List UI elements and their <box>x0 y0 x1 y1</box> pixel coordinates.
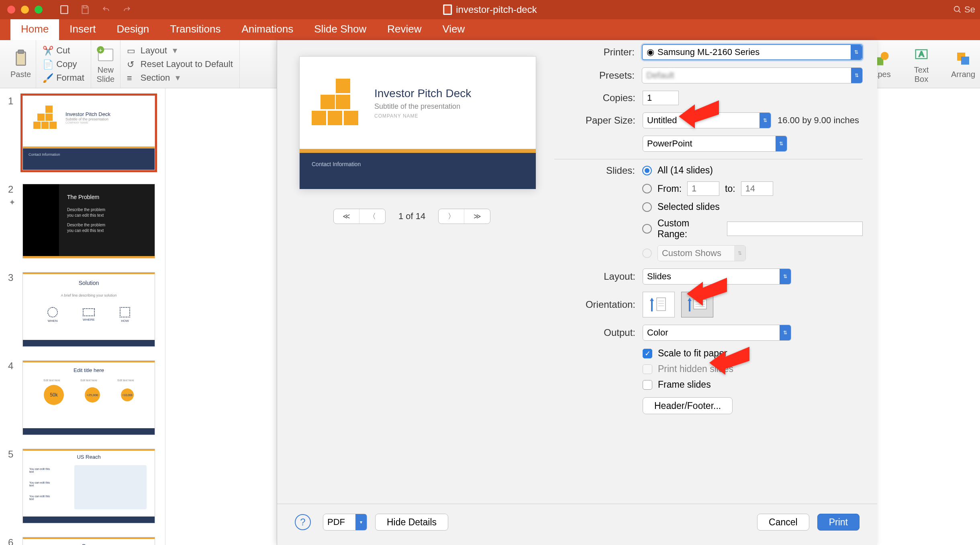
header-footer-button[interactable]: Header/Footer... <box>643 397 733 414</box>
slide-thumbnail-4[interactable]: Edit title here Edit text here Edit text… <box>22 360 155 435</box>
svg-marker-23 <box>679 100 719 128</box>
frame-slides-checkbox[interactable] <box>643 380 652 390</box>
save-icon[interactable] <box>80 4 91 15</box>
layout-button[interactable]: ▭Layout▾ <box>125 45 179 57</box>
slide-thumbnail-6[interactable]: Press <box>22 537 155 545</box>
svg-text:A: A <box>919 50 924 58</box>
next-page-button[interactable]: 〉 <box>439 209 464 224</box>
document-title: investor-pitch-deck <box>443 4 537 15</box>
radio-all-slides[interactable] <box>642 166 652 175</box>
radio-custom-shows <box>642 248 652 258</box>
custom-shows-select: Custom Shows ⇅ <box>657 245 746 261</box>
app-options-select[interactable]: PowerPoint ⇅ <box>643 136 787 152</box>
tab-design[interactable]: Design <box>106 18 159 40</box>
map-icon <box>74 465 147 509</box>
preview-title: Investor Pitch Deck <box>374 87 471 100</box>
tab-review[interactable]: Review <box>377 18 432 40</box>
format-painter-button[interactable]: 🖌️Format <box>41 72 86 84</box>
printer-select[interactable]: ◉ Samsung ML-2160 Series ⇅ <box>642 44 863 60</box>
copies-input[interactable] <box>643 91 679 105</box>
annotation-arrow-icon <box>679 92 723 128</box>
preview-company: COMPANY NAME <box>374 113 471 119</box>
tab-view[interactable]: View <box>432 18 475 40</box>
cancel-button[interactable]: Cancel <box>757 514 809 531</box>
paintbrush-icon: 🖌️ <box>43 73 52 83</box>
zoom-window-icon[interactable] <box>35 6 43 14</box>
reset-layout-button[interactable]: ↺Reset Layout to Default <box>125 58 235 70</box>
tab-transitions[interactable]: Transitions <box>159 18 231 40</box>
section-icon: ≡ <box>127 73 137 83</box>
slide-thumbnail-3[interactable]: Solution A brief line describing your so… <box>22 272 155 347</box>
custom-range-input[interactable] <box>727 222 863 236</box>
hide-details-button[interactable]: Hide Details <box>375 514 448 531</box>
undo-icon[interactable] <box>100 4 112 15</box>
orientation-portrait-button[interactable] <box>643 292 675 317</box>
radio-custom-range[interactable] <box>642 224 652 234</box>
chevron-updown-icon: ⇅ <box>851 45 862 59</box>
layout-label: Layout: <box>554 271 643 282</box>
paper-dimensions: 16.00 by 9.00 inches <box>778 115 859 126</box>
tab-insert[interactable]: Insert <box>59 18 106 40</box>
tab-home[interactable]: Home <box>10 18 59 40</box>
to-input[interactable] <box>741 181 773 196</box>
chevron-updown-icon: ⇅ <box>780 269 791 284</box>
text-box-button[interactable]: A Text Box <box>912 45 931 84</box>
logo-blocks-icon <box>312 79 364 127</box>
scissors-icon: ✂️ <box>43 46 52 55</box>
new-slide-button[interactable]: + New Slide <box>96 45 115 84</box>
preview-subtitle: Subtitle of the presentation <box>374 102 471 111</box>
paper-size-label: Paper Size: <box>554 115 643 126</box>
tab-animations[interactable]: Animations <box>231 18 304 40</box>
first-page-button[interactable]: ≪ <box>334 209 359 224</box>
text-box-icon: A <box>912 45 931 64</box>
document-icon <box>443 4 452 15</box>
chevron-updown-icon: ⇅ <box>734 246 745 261</box>
slide-thumbnail-1[interactable]: Investor Pitch Deck Subtitle of the pres… <box>22 96 155 170</box>
svg-marker-24 <box>687 278 727 306</box>
print-hidden-checkbox <box>643 364 652 374</box>
slide-thumbnail-2[interactable]: The Problem Describe the problem you can… <box>22 184 155 258</box>
orientation-label: Orientation: <box>554 299 643 310</box>
tab-slideshow[interactable]: Slide Show <box>304 18 377 40</box>
svg-rect-1 <box>84 6 87 8</box>
slide-thumbnail-5[interactable]: US Reach You can edit this text You can … <box>22 449 155 523</box>
from-input[interactable] <box>687 181 719 196</box>
radio-from-to[interactable] <box>642 184 652 193</box>
svg-rect-0 <box>61 6 67 14</box>
qat-file-icon[interactable] <box>59 4 70 15</box>
chevron-updown-icon: ⇅ <box>780 325 791 340</box>
output-select[interactable]: Color ⇅ <box>643 325 791 341</box>
presets-select[interactable]: Default ⇅ <box>642 67 863 83</box>
search-box[interactable]: Se <box>953 4 975 15</box>
svg-rect-15 <box>657 298 666 311</box>
chevron-updown-icon: ⇅ <box>776 136 787 151</box>
prev-page-button[interactable]: 〈 <box>359 209 385 224</box>
redo-icon[interactable] <box>121 4 133 15</box>
svg-rect-14 <box>961 57 969 65</box>
pdf-dropdown[interactable]: PDF ▾ <box>323 514 367 531</box>
printer-status-icon: ◉ <box>647 47 654 57</box>
scale-to-fit-checkbox[interactable]: ✓ <box>643 349 652 358</box>
annotation-arrow-icon <box>709 339 753 375</box>
slides-label: Slides: <box>554 165 642 176</box>
last-page-button[interactable]: ≫ <box>464 209 490 224</box>
paste-button[interactable]: Paste <box>10 49 31 79</box>
svg-rect-4 <box>16 52 25 65</box>
layout-icon: ▭ <box>127 46 137 55</box>
svg-text:+: + <box>99 47 102 53</box>
page-counter: 1 of 14 <box>398 211 425 222</box>
help-button[interactable]: ? <box>295 514 311 530</box>
title-bar: investor-pitch-deck Se <box>0 0 980 19</box>
printer-label: Printer: <box>554 47 642 58</box>
print-button[interactable]: Print <box>817 514 860 531</box>
slide-thumbnail-panel[interactable]: 1 Investor Pitch Deck <box>0 88 165 545</box>
section-button[interactable]: ≡Section▾ <box>125 72 182 84</box>
cut-button[interactable]: ✂️Cut <box>41 45 71 57</box>
output-label: Output: <box>554 327 643 338</box>
close-window-icon[interactable] <box>7 6 15 14</box>
arrange-button[interactable]: Arrang <box>951 49 975 79</box>
copy-button[interactable]: 📄Copy <box>41 58 78 70</box>
minimize-window-icon[interactable] <box>21 6 29 14</box>
radio-selected-slides[interactable] <box>642 202 652 212</box>
reset-icon: ↺ <box>127 59 137 69</box>
